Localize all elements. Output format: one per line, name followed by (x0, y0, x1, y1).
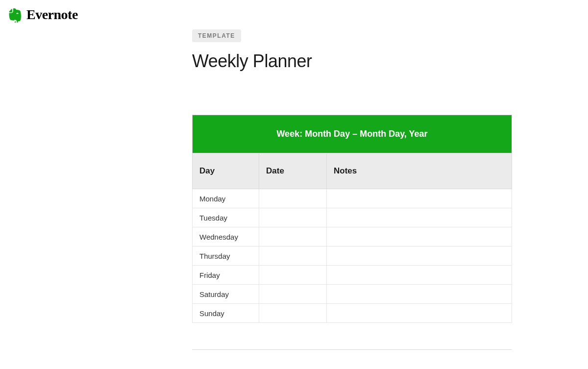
template-content: TEMPLATE Weekly Planner Week: Month Day … (192, 29, 512, 350)
cell-date[interactable] (259, 208, 327, 227)
cell-date[interactable] (259, 304, 327, 323)
table-week-header[interactable]: Week: Month Day – Month Day, Year (193, 115, 512, 153)
template-badge: TEMPLATE (192, 29, 241, 42)
weekly-planner-table: Week: Month Day – Month Day, Year Day Da… (192, 115, 512, 323)
cell-day[interactable]: Sunday (193, 304, 259, 323)
cell-notes[interactable] (327, 227, 512, 246)
cell-day[interactable]: Monday (193, 189, 259, 208)
column-header-notes: Notes (327, 153, 512, 189)
brand-logo[interactable]: Evernote (7, 7, 78, 23)
table-row: Saturday (193, 285, 512, 304)
table-row: Sunday (193, 304, 512, 323)
cell-date[interactable] (259, 246, 327, 266)
cell-notes[interactable] (327, 208, 512, 227)
table-row: Thursday (193, 246, 512, 266)
table-row: Friday (193, 266, 512, 285)
cell-date[interactable] (259, 227, 327, 246)
cell-day[interactable]: Wednesday (193, 227, 259, 246)
divider (192, 349, 512, 350)
page-title: Weekly Planner (192, 51, 512, 72)
table-row: Tuesday (193, 208, 512, 227)
cell-date[interactable] (259, 189, 327, 208)
evernote-elephant-icon (7, 7, 23, 23)
cell-day[interactable]: Tuesday (193, 208, 259, 227)
cell-day[interactable]: Friday (193, 266, 259, 285)
brand-name: Evernote (26, 7, 78, 23)
cell-notes[interactable] (327, 285, 512, 304)
cell-day[interactable]: Saturday (193, 285, 259, 304)
table-row: Wednesday (193, 227, 512, 246)
cell-notes[interactable] (327, 304, 512, 323)
cell-notes[interactable] (327, 189, 512, 208)
cell-notes[interactable] (327, 246, 512, 266)
table-week-header-row: Week: Month Day – Month Day, Year (193, 115, 512, 153)
cell-date[interactable] (259, 266, 327, 285)
cell-day[interactable]: Thursday (193, 246, 259, 266)
cell-notes[interactable] (327, 266, 512, 285)
cell-date[interactable] (259, 285, 327, 304)
table-column-header-row: Day Date Notes (193, 153, 512, 189)
column-header-day: Day (193, 153, 259, 189)
table-row: Monday (193, 189, 512, 208)
column-header-date: Date (259, 153, 327, 189)
